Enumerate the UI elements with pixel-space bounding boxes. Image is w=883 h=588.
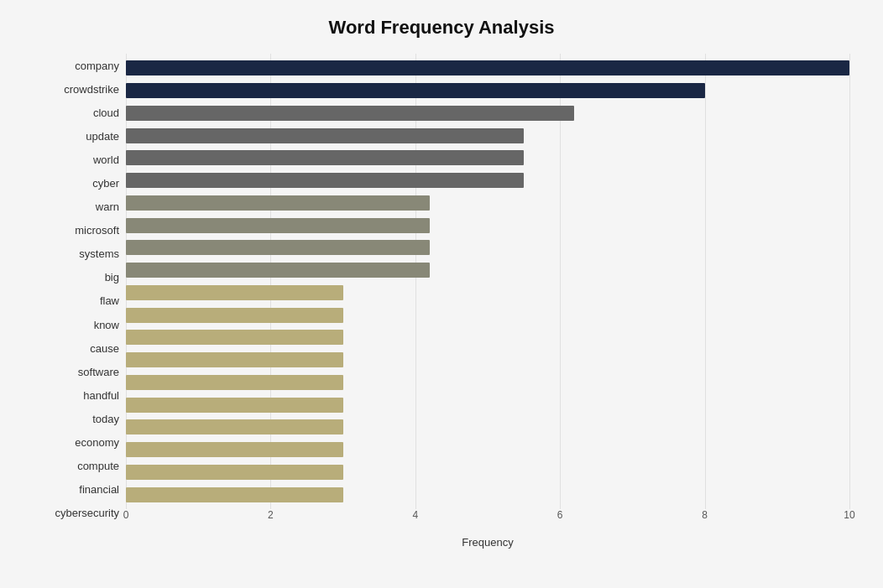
bar	[126, 240, 430, 255]
bar-row	[126, 148, 849, 167]
bar	[126, 195, 430, 211]
bar-row	[126, 171, 849, 190]
bar	[126, 173, 524, 188]
bar	[126, 442, 343, 457]
bar-row	[126, 396, 849, 414]
bar-row	[126, 238, 849, 257]
x-axis-label: Frequency	[126, 536, 849, 549]
x-tick: 10	[844, 509, 854, 521]
bars-list	[126, 54, 849, 509]
grid-line	[849, 54, 850, 509]
y-label: handful	[83, 384, 119, 406]
bar	[126, 465, 343, 480]
bar-row	[126, 351, 849, 369]
bars-area	[126, 54, 849, 509]
y-label: cause	[90, 337, 119, 359]
y-label: cloud	[93, 101, 119, 123]
y-label: cyber	[92, 173, 119, 195]
y-label: compute	[77, 455, 119, 477]
bar	[126, 263, 430, 278]
y-label: crowdstrike	[64, 78, 119, 100]
bars-and-xaxis: 0246810 Frequency	[126, 54, 849, 549]
y-label: financial	[79, 479, 119, 501]
bar	[126, 398, 343, 413]
y-label: today	[92, 408, 119, 429]
y-label: company	[75, 55, 119, 76]
bar	[126, 150, 524, 165]
bar-row	[126, 463, 849, 481]
y-label: cybersecurity	[55, 502, 119, 524]
bar	[126, 218, 430, 233]
y-label: big	[105, 267, 119, 289]
bar	[126, 285, 343, 300]
y-label: know	[94, 314, 119, 336]
x-axis: 0246810	[126, 509, 849, 533]
bar	[126, 106, 574, 121]
bar	[126, 60, 849, 75]
y-label: software	[78, 361, 119, 382]
y-axis: companycrowdstrikecloudupdateworldcyberw…	[34, 54, 126, 549]
x-tick: 0	[123, 509, 129, 521]
y-label: economy	[75, 432, 119, 454]
chart-area: companycrowdstrikecloudupdateworldcyberw…	[34, 54, 849, 549]
bar-row	[126, 261, 849, 279]
bar-row	[126, 440, 849, 459]
bar	[126, 330, 343, 345]
bar-row	[126, 328, 849, 346]
bar-row	[126, 216, 849, 235]
bar	[126, 487, 343, 502]
x-tick: 6	[557, 509, 563, 521]
y-label: microsoft	[75, 220, 119, 242]
bar-row	[126, 284, 849, 302]
bar	[126, 308, 343, 323]
y-label: world	[93, 148, 119, 170]
x-tick: 8	[702, 509, 708, 521]
x-tick: 4	[412, 509, 418, 521]
bar-row	[126, 104, 849, 122]
y-label: warn	[96, 196, 119, 218]
bar	[126, 419, 343, 434]
chart-title: Word Frequency Analysis	[34, 17, 849, 39]
bar-row	[126, 306, 849, 325]
bar-row	[126, 81, 849, 100]
bar	[126, 375, 343, 390]
bar-row	[126, 127, 849, 145]
bar	[126, 83, 705, 98]
bar-row	[126, 194, 849, 212]
bar	[126, 352, 343, 367]
bar-row	[126, 486, 849, 504]
y-label: update	[86, 125, 119, 147]
bar	[126, 128, 524, 143]
y-label: flaw	[100, 290, 119, 312]
bar-row	[126, 373, 849, 392]
bar-row	[126, 418, 849, 436]
chart-container: Word Frequency Analysis companycrowdstri…	[0, 0, 883, 588]
bar-row	[126, 59, 849, 77]
x-tick: 2	[268, 509, 274, 521]
y-label: systems	[79, 243, 119, 265]
